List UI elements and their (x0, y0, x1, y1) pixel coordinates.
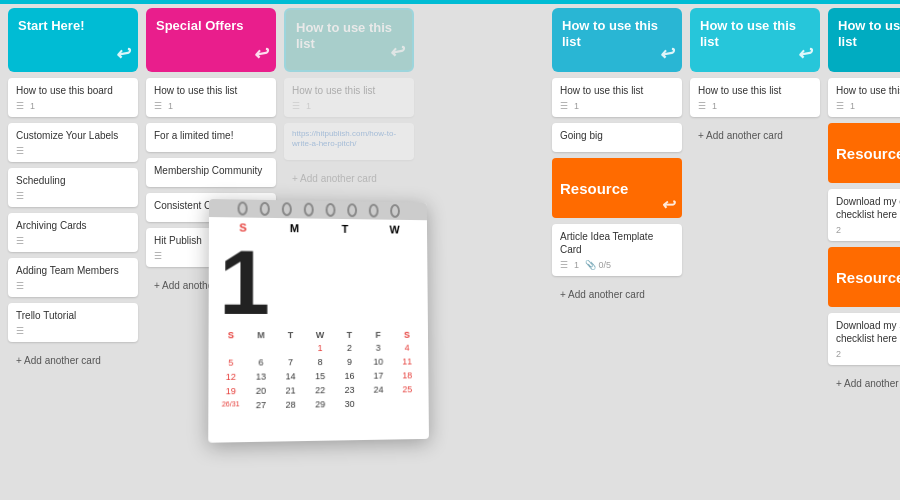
cal-day-10: 10 (365, 356, 392, 368)
card-count: 1 (306, 101, 311, 111)
card-title: How to use this list (154, 84, 268, 97)
trello-board: Start Here! ↩ How to use this board ☰ 1 … (0, 0, 900, 500)
resource-card[interactable]: Resource ↩ (552, 158, 682, 218)
card-title: Download my editing checklist here (836, 195, 900, 221)
card[interactable]: How to use this list ☰ 1 (146, 78, 276, 117)
resource-label: Resource (836, 145, 900, 162)
column-start-here: Start Here! ↩ How to use this board ☰ 1 … (8, 8, 138, 492)
cal-day-15: 15 (306, 370, 333, 382)
cal-day-23: 23 (336, 384, 363, 396)
card[interactable]: Article Idea Template Card ☰ 1 📎 0/5 (552, 224, 682, 276)
card-count: 2 (836, 225, 841, 235)
header-arrow: ↩ (795, 43, 814, 67)
card-meta: ☰ (16, 146, 130, 156)
column-title: How to use this list (838, 18, 900, 49)
cal-day-24: 24 (365, 384, 392, 396)
cal-day-3: 3 (365, 342, 392, 354)
column-title: How to use this list (700, 18, 810, 49)
card[interactable]: Download my SEO checklist here 2 (828, 313, 900, 365)
add-card-button[interactable]: + Add another card (8, 350, 138, 371)
column-title: Special Offers (156, 18, 243, 34)
column-header-needs-editing[interactable]: How to use this list ↩ (828, 8, 900, 72)
cal-day-4: 4 (394, 342, 421, 354)
column-header-special-offers[interactable]: Special Offers ↩ (146, 8, 276, 72)
resource-card-1[interactable]: Resource ↩ (828, 123, 900, 183)
column-header-articles[interactable]: How to use this list ↩ (284, 8, 414, 72)
resource-arrow: ↩ (661, 195, 674, 214)
cal-day-20: 20 (247, 385, 275, 397)
card[interactable]: Customize Your Labels ☰ (8, 123, 138, 162)
card-meta: ☰ 1 (16, 101, 130, 111)
card[interactable]: Scheduling ☰ (8, 168, 138, 207)
add-card-button[interactable]: + Add another card (552, 284, 682, 305)
card-title: Going big (560, 129, 674, 142)
card[interactable]: Download my editing checklist here 2 (828, 189, 900, 241)
column-title: How to use this list (296, 20, 402, 51)
card[interactable]: https://hitpublish.com/how-to-write-a-he… (284, 123, 414, 160)
cal-header-sat: S (394, 330, 421, 340)
cal-day-11: 11 (394, 356, 421, 368)
cal-day-16: 16 (336, 370, 363, 382)
card-meta: ☰ 1 (292, 101, 406, 111)
card-icon: ☰ (560, 260, 568, 270)
card-title: Download my SEO checklist here (836, 319, 900, 345)
card-meta: ☰ 1 (154, 101, 268, 111)
card-title: Archiving Cards (16, 219, 130, 232)
calendar-big-number: 1 (209, 237, 428, 328)
card-title: Trello Tutorial (16, 309, 130, 322)
card[interactable]: For a limited time! (146, 123, 276, 152)
header-arrow: ↩ (113, 43, 132, 67)
card-count: 1 (168, 101, 173, 111)
cal-header-tue: T (277, 330, 305, 340)
cal-day-empty (365, 397, 392, 409)
card[interactable]: How to use this board ☰ 1 (8, 78, 138, 117)
day-m: M (269, 222, 320, 235)
header-arrow: ↩ (657, 43, 676, 67)
cal-day-2631: 26/31 (217, 399, 245, 412)
cal-day-27: 27 (247, 399, 275, 412)
card[interactable]: Going big (552, 123, 682, 152)
card-title: Customize Your Labels (16, 129, 130, 142)
add-card-label: + Add another card (16, 355, 101, 366)
card-meta: 2 (836, 225, 900, 235)
card-meta: ☰ (16, 281, 130, 291)
card-icon: ☰ (16, 326, 24, 336)
cal-day-empty (217, 342, 245, 354)
card[interactable]: Adding Team Members ☰ (8, 258, 138, 297)
add-card-button[interactable]: + Add another card (690, 125, 820, 146)
cal-header-thu: T (336, 330, 363, 340)
cal-day-17: 17 (365, 370, 392, 382)
add-card-button[interactable]: + Add another card (828, 373, 900, 394)
calendar-grid: S M T W T F S 1 2 3 4 5 6 7 8 9 10 11 12… (208, 328, 428, 414)
spiral-6 (347, 203, 357, 217)
calendar-spine (209, 199, 427, 220)
card-title: How to use this list (560, 84, 674, 97)
column-title: Start Here! (18, 18, 84, 34)
column-header-ideas[interactable]: How to use this list ↩ (552, 8, 682, 72)
card-meta: ☰ 1 (560, 101, 674, 111)
cal-day-14: 14 (277, 370, 305, 382)
card-title: https://hitpublish.com/how-to-write-a-he… (292, 129, 406, 150)
card-meta: 2 (836, 349, 900, 359)
card-icon: ☰ (16, 236, 24, 246)
card[interactable]: How to use this list ☰ 1 (552, 78, 682, 117)
cal-day-empty (394, 397, 421, 409)
add-card-button[interactable]: + Add another card (284, 168, 414, 189)
card-meta: ☰ 1 📎 0/5 (560, 260, 674, 270)
card[interactable]: Archiving Cards ☰ (8, 213, 138, 252)
card[interactable]: Membership Community (146, 158, 276, 187)
calendar-overlay: S M T W 1 S M T W T F S 1 2 3 4 5 6 7 8 … (208, 199, 429, 443)
header-arrow: ↩ (251, 43, 270, 67)
card[interactable]: How to use this list ☰ 1 (828, 78, 900, 117)
column-needs-editing: How to use this list ↩ How to use this l… (828, 8, 900, 492)
card[interactable]: Trello Tutorial ☰ (8, 303, 138, 342)
column-header-start-here[interactable]: Start Here! ↩ (8, 8, 138, 72)
card-meta: ☰ 1 (698, 101, 812, 111)
card[interactable]: How to use this list ☰ 1 (284, 78, 414, 117)
column-header-in-progress[interactable]: How to use this list ↩ (690, 8, 820, 72)
card[interactable]: How to use this list ☰ 1 (690, 78, 820, 117)
resource-card-2[interactable]: Resource ↩ (828, 247, 900, 307)
spiral-1 (238, 201, 248, 215)
day-t: T (320, 223, 370, 235)
spiral-3 (282, 202, 292, 216)
